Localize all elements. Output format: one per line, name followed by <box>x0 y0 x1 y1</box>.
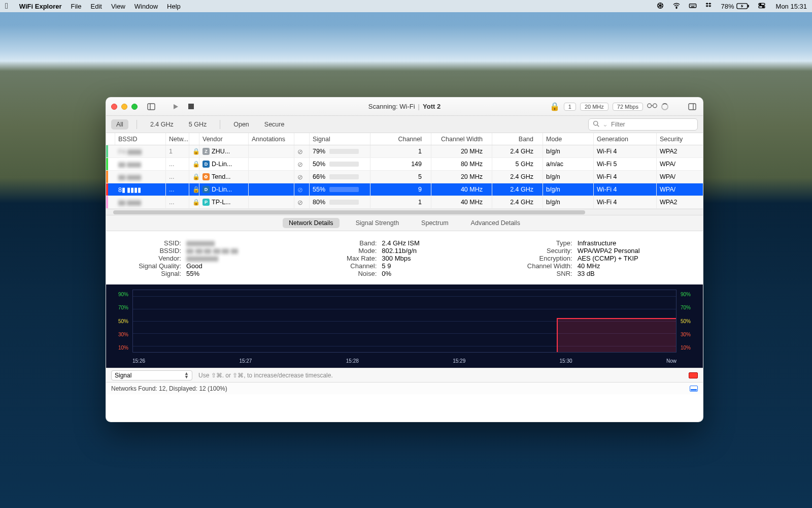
filter-all[interactable]: All <box>111 119 128 130</box>
tab-spectrum[interactable]: Spectrum <box>415 218 455 228</box>
menu-window[interactable]: Window <box>134 3 158 10</box>
rate-pill[interactable]: 72 Mbps <box>613 103 643 111</box>
window-minimize-button[interactable] <box>121 104 127 110</box>
col-vendor[interactable]: Vendor <box>199 133 249 145</box>
cell-band: 2.4 GHz <box>492 196 543 208</box>
search-input[interactable] <box>611 121 693 128</box>
cell-band: 5 GHz <box>492 158 543 170</box>
chart-x-tick: 15:30 <box>560 358 572 364</box>
svg-rect-3 <box>690 5 691 5</box>
wifi-icon[interactable] <box>672 2 681 11</box>
keyboard-icon[interactable] <box>689 2 697 11</box>
detail-label: Signal: <box>121 270 181 277</box>
table-row[interactable]: F4 ▮▮▮▮1🔒ZZHU...⊘79%120 MHz2.4 GHzb/g/nW… <box>106 145 703 158</box>
dropbox-icon[interactable] <box>705 2 713 11</box>
cell-annot <box>249 196 294 208</box>
filter-5ghz[interactable]: 5 GHz <box>184 119 212 130</box>
menu-edit[interactable]: Edit <box>90 3 101 10</box>
svg-point-1 <box>676 7 677 8</box>
window-zoom-button[interactable] <box>131 104 138 110</box>
filter-secure[interactable]: Secure <box>259 119 290 130</box>
detail-row: SNR:33 dB <box>513 270 688 277</box>
col-channel[interactable]: Channel <box>370 133 431 145</box>
toggle-sidebar-button[interactable] <box>146 101 157 112</box>
cell-channel: 1 <box>370 145 431 157</box>
table-row[interactable]: ▮▮ ▮▮▮▮...🔒PTP-L...⊘80%140 MHz2.4 GHzb/g… <box>106 196 703 209</box>
detail-value: 802.11b/g/n <box>382 247 492 255</box>
tab-advanced-details[interactable]: Advanced Details <box>465 218 526 228</box>
cell-ch-width: 80 MHz <box>431 158 492 170</box>
col-annot[interactable]: Annotations <box>249 133 294 145</box>
detail-value: 2.4 GHz ISM <box>382 239 492 247</box>
tab-signal-strength[interactable]: Signal Strength <box>350 218 405 228</box>
recording-indicator-icon[interactable] <box>689 372 698 378</box>
networks-table: BSSID Netw... Vendor Annotations Signal … <box>106 133 703 215</box>
col-bssid[interactable]: BSSID <box>115 133 166 145</box>
row-color-chip <box>106 196 108 208</box>
app-menu[interactable]: WiFi Explorer <box>19 3 62 10</box>
dock-panel-icon[interactable] <box>690 386 698 392</box>
cell-annot <box>249 183 294 196</box>
col-security[interactable]: Security <box>657 133 702 145</box>
chart-metric-select[interactable]: Signal ▲▼ <box>111 370 192 380</box>
chart-x-tick: 15:29 <box>453 358 465 364</box>
detail-row: Signal Quality:Good <box>121 262 296 270</box>
stop-scan-button[interactable] <box>185 101 196 112</box>
table-row[interactable]: 8▮ ▮▮▮▮...🔒DD-Lin...⊘55%940 MHz2.4 GHzb/… <box>106 183 703 196</box>
table-row[interactable]: ▮▮ ▮▮▮▮...🔒✿Tend...⊘66%520 MHz2.4 GHzb/g… <box>106 171 703 183</box>
cell-ch-width: 20 MHz <box>431 171 492 183</box>
search-icon <box>593 120 599 129</box>
control-center-icon[interactable] <box>758 2 766 11</box>
detail-tabs: Network Details Signal Strength Spectrum… <box>106 215 703 231</box>
chart-plot-area[interactable] <box>132 290 676 353</box>
table-horizontal-scrollbar[interactable] <box>106 209 703 215</box>
svg-rect-4 <box>692 5 692 5</box>
col-network[interactable]: Netw... <box>166 133 189 145</box>
detail-value: ▮▮▮▮▮▮▮▮ <box>186 239 296 247</box>
col-chwidth[interactable]: Channel Width <box>431 133 492 145</box>
cell-ch-width: 40 MHz <box>431 183 492 196</box>
detail-value: ▮▮:▮▮:▮▮:▮▮:▮▮:▮▮ <box>186 247 296 255</box>
cell-channel: 9 <box>370 183 431 196</box>
chart-y-right: 90% 70% 50% 30% 10% <box>679 290 701 353</box>
menubar-clock[interactable]: Mon 15:31 <box>776 3 807 10</box>
width-pill[interactable]: 20 MHz <box>580 103 608 111</box>
table-row[interactable]: ▮▮ ▮▮▮▮...🔒DD-Lin...⊘50%14980 MHz5 GHza/… <box>106 158 703 171</box>
tab-network-details[interactable]: Network Details <box>283 218 340 228</box>
filter-24ghz[interactable]: 2.4 GHz <box>145 119 179 130</box>
cell-annot <box>249 158 294 170</box>
filter-open[interactable]: Open <box>228 119 254 130</box>
apple-menu-icon[interactable]:  <box>5 2 8 11</box>
detail-value: ▮▮▮▮▮▮▮▮▮ <box>186 255 296 262</box>
menu-file[interactable]: File <box>71 3 82 10</box>
cell-network: ... <box>166 158 189 170</box>
window-close-button[interactable] <box>111 104 117 110</box>
menu-help[interactable]: Help <box>167 3 181 10</box>
filter-search[interactable]: ⌄ <box>588 118 698 131</box>
cell-vendor: DD-Lin... <box>199 183 249 196</box>
toggle-right-panel-button[interactable] <box>687 101 698 112</box>
channel-pill[interactable]: 1 <box>564 103 576 111</box>
table-header[interactable]: BSSID Netw... Vendor Annotations Signal … <box>106 133 703 145</box>
cell-signal: 50% <box>310 158 370 170</box>
battery-status[interactable]: 78% <box>721 2 750 10</box>
detail-row: Mode:802.11b/g/n <box>317 247 492 255</box>
col-signal[interactable]: Signal <box>310 133 370 145</box>
signal-chart: 90% 70% 50% 30% 10% 90% 70% 50% 30% 10% … <box>106 284 703 368</box>
svg-rect-2 <box>689 4 696 7</box>
menu-view[interactable]: View <box>111 3 125 10</box>
timescale-hint: Use ⇧⌘. or ⇧⌘, to increase/decrease time… <box>198 372 333 379</box>
link-icon[interactable] <box>647 102 657 111</box>
col-mode[interactable]: Mode <box>543 133 594 145</box>
tray-antivirus-icon[interactable] <box>656 2 664 11</box>
row-color-chip <box>106 183 108 196</box>
col-gen[interactable]: Generation <box>594 133 657 145</box>
svg-point-18 <box>653 104 657 108</box>
cell-security: WPA/ <box>657 171 702 183</box>
detail-label: Band: <box>317 239 377 247</box>
cell-lock-icon: 🔒 <box>189 183 199 196</box>
detail-label: SNR: <box>513 270 572 277</box>
col-band[interactable]: Band <box>492 133 543 145</box>
cell-vendor: ✿Tend... <box>199 171 249 183</box>
play-scan-button[interactable] <box>170 101 181 112</box>
